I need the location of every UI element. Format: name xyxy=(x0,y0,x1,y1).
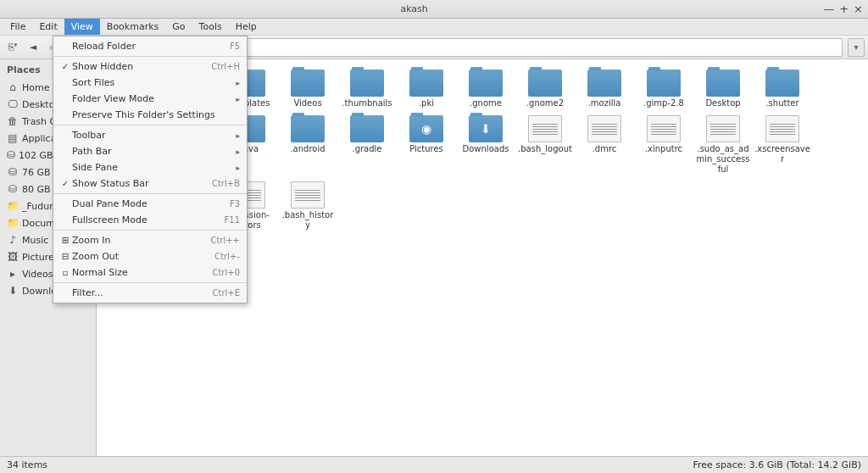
menu-help[interactable]: Help xyxy=(229,19,264,35)
menu-file[interactable]: File xyxy=(3,19,32,35)
menu-item-label: Preserve This Folder's Settings xyxy=(72,109,240,120)
item-label: .gradle xyxy=(352,144,381,154)
menu-item-toolbar[interactable]: Toolbar▸ xyxy=(53,127,247,143)
menu-view[interactable]: View xyxy=(64,19,100,35)
folder-item[interactable]: ⬇Downloads xyxy=(456,112,515,178)
item-label: .bash_logout xyxy=(518,144,572,154)
menu-item-label: Side Pane xyxy=(72,162,231,173)
sidebar-item-icon: ⛁ xyxy=(7,183,19,195)
menu-item-show-hidden[interactable]: ✓Show HiddenCtrl+H xyxy=(53,58,247,75)
menu-go[interactable]: Go xyxy=(165,19,192,35)
folder-item[interactable]: .gnome xyxy=(456,66,515,112)
sidebar-item-icon: ⌂ xyxy=(7,81,19,93)
menu-separator xyxy=(53,230,247,231)
folder-item[interactable]: Desktop xyxy=(693,66,753,112)
menu-accelerator: Ctrl+- xyxy=(214,252,240,261)
folder-icon xyxy=(350,70,384,97)
menu-separator xyxy=(53,193,247,194)
file-item[interactable]: .bash_history xyxy=(278,178,337,234)
submenu-arrow-icon: ▸ xyxy=(231,79,240,87)
new-tab-button[interactable]: ⎘▾ xyxy=(3,38,22,57)
folder-item[interactable]: .shutter xyxy=(753,66,812,112)
item-label: .android xyxy=(290,144,325,154)
menu-accelerator: Ctrl++ xyxy=(210,236,240,245)
menu-item-path-bar[interactable]: Path Bar▸ xyxy=(53,143,247,159)
folder-item[interactable]: .pki xyxy=(397,66,456,112)
item-label: .mozilla xyxy=(588,98,621,109)
file-item[interactable]: .bash_logout xyxy=(515,112,575,178)
menu-separator xyxy=(53,282,247,283)
text-file-icon xyxy=(587,115,621,142)
submenu-arrow-icon: ▸ xyxy=(231,95,240,103)
menu-item-side-pane[interactable]: Side Pane▸ xyxy=(53,159,247,175)
folder-icon xyxy=(528,70,562,97)
file-item[interactable]: .dmrc xyxy=(575,112,634,178)
menu-item-reload-folder[interactable]: Reload FolderF5 xyxy=(53,38,247,54)
close-button[interactable]: × xyxy=(854,3,863,15)
file-item[interactable]: .sudo_as_admin_successful xyxy=(693,112,753,178)
menu-accelerator: Ctrl+H xyxy=(211,62,240,71)
maximize-button[interactable]: + xyxy=(839,3,849,15)
sidebar-item-icon: 📁 xyxy=(7,200,19,212)
menu-bookmarks[interactable]: Bookmarks xyxy=(100,19,165,35)
folder-icon xyxy=(291,115,325,142)
sidebar-item-icon: 🖾 xyxy=(7,251,19,263)
menu-item-label: Toolbar xyxy=(72,130,231,141)
menu-item-preserve-this-folder-s-settings[interactable]: Preserve This Folder's Settings xyxy=(53,107,247,123)
menu-item-zoom-out[interactable]: ⊟Zoom OutCtrl+- xyxy=(53,248,247,264)
menu-item-label: Fullscreen Mode xyxy=(72,214,225,225)
sidebar-item-icon: 📁 xyxy=(7,217,19,229)
menu-item-label: Path Bar xyxy=(72,146,231,157)
submenu-arrow-icon: ▸ xyxy=(231,164,240,172)
window-controls: — + × xyxy=(823,3,863,15)
folder-item[interactable]: .mozilla xyxy=(575,66,634,112)
item-label: .xinputrc xyxy=(645,144,682,154)
menu-accelerator: Ctrl+0 xyxy=(212,268,240,277)
menu-tools[interactable]: Tools xyxy=(192,19,229,35)
menu-item-normal-size[interactable]: ▫Normal SizeCtrl+0 xyxy=(53,264,247,281)
text-file-icon xyxy=(765,115,799,142)
folder-item[interactable]: .gradle xyxy=(337,112,397,178)
file-item[interactable]: .xscreensaver xyxy=(753,112,812,178)
menu-item-label: Folder View Mode xyxy=(72,93,231,104)
folder-icon xyxy=(706,70,740,97)
menu-item-filter[interactable]: Filter...Ctrl+E xyxy=(53,285,247,301)
menu-item-label: Reload Folder xyxy=(72,41,230,52)
submenu-arrow-icon: ▸ xyxy=(231,131,240,140)
menu-item-show-status-bar[interactable]: ✓Show Status BarCtrl+B xyxy=(53,175,247,192)
menu-item-dual-pane-mode[interactable]: Dual Pane ModeF3 xyxy=(53,196,247,212)
sidebar-item-icon: 🗑 xyxy=(7,115,19,127)
folder-item[interactable]: ◉Pictures xyxy=(397,112,456,178)
folder-item[interactable]: .gnome2 xyxy=(515,66,575,112)
file-item[interactable]: .xinputrc xyxy=(634,112,693,178)
window-title: akash xyxy=(5,3,823,14)
folder-icon xyxy=(587,70,621,97)
menu-item-sort-files[interactable]: Sort Files▸ xyxy=(53,75,247,91)
titlebar: akash — + × xyxy=(0,0,868,19)
menu-check-icon: ⊞ xyxy=(58,236,72,245)
item-label: .thumbnails xyxy=(342,98,392,109)
item-label: .bash_history xyxy=(280,210,336,231)
folder-icon xyxy=(469,70,503,97)
sidebar-item-icon: ♪ xyxy=(7,234,19,246)
back-button[interactable]: ◄ xyxy=(24,38,42,57)
sidebar-item-icon: ⛁ xyxy=(7,166,19,178)
sidebar-item-icon: ⬇ xyxy=(7,285,19,297)
folder-icon xyxy=(350,115,384,142)
item-label: .gnome2 xyxy=(526,98,564,109)
item-label: Downloads xyxy=(463,144,509,154)
folder-item[interactable]: Videos xyxy=(278,66,337,112)
path-dropdown[interactable]: ▾ xyxy=(848,38,865,57)
menu-item-fullscreen-mode[interactable]: Fullscreen ModeF11 xyxy=(53,212,247,228)
view-menu-dropdown: Reload FolderF5✓Show HiddenCtrl+HSort Fi… xyxy=(53,36,248,303)
menu-item-zoom-in[interactable]: ⊞Zoom InCtrl++ xyxy=(53,232,247,248)
folder-item[interactable]: .android xyxy=(278,112,337,178)
item-label: .pki xyxy=(419,98,434,109)
folder-item[interactable]: .thumbnails xyxy=(337,66,397,112)
folder-item[interactable]: .gimp-2.8 xyxy=(634,66,693,112)
folder-icon: ◉ xyxy=(409,115,443,142)
menu-item-folder-view-mode[interactable]: Folder View Mode▸ xyxy=(53,91,247,107)
minimize-button[interactable]: — xyxy=(823,3,834,15)
item-label: Pictures xyxy=(409,144,443,154)
menu-edit[interactable]: Edit xyxy=(32,19,64,35)
